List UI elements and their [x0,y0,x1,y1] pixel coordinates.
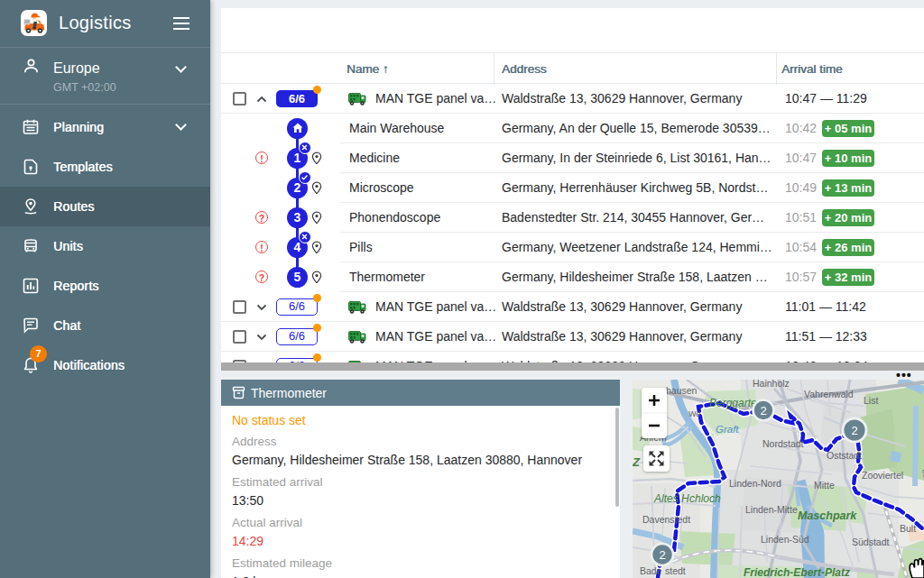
svg-text:2: 2 [760,404,766,417]
svg-text:Bult: Bult [900,523,916,534]
svg-text:Bade: Bade [640,565,662,576]
svg-text:Vahrenwald: Vahrenwald [804,389,854,399]
svg-text:Hainholz: Hainholz [753,380,790,389]
svg-text:hausen: hausen [666,385,698,396]
svg-text:Linden-Nord: Linden-Nord [729,478,781,489]
svg-text:Linden-Süd: Linden-Süd [761,534,809,545]
svg-text:2: 2 [851,424,857,437]
svg-text:Linden-Mitte: Linden-Mitte [745,504,798,515]
svg-text:2: 2 [659,548,665,562]
svg-text:Graft: Graft [716,424,739,435]
svg-text:Südstadt: Südstadt [852,537,890,547]
svg-text:chloch: chloch [689,492,721,505]
svg-text:Nordstadt: Nordstadt [762,438,804,449]
svg-text:Zooviertel: Zooviertel [862,470,903,481]
svg-text:Friedrich-Ebert-Platz: Friedrich-Ebert-Platz [744,566,850,578]
svg-text:Altes H: Altes H [653,492,689,505]
svg-text:Oststadt: Oststadt [827,450,862,461]
svg-text:stedt: stedt [665,565,686,576]
svg-text:We: We [688,409,700,418]
svg-text:Davenstedt: Davenstedt [642,514,690,525]
svg-text:List: List [864,395,878,406]
svg-text:Z: Z [633,455,641,469]
svg-text:Maschpark: Maschpark [798,509,857,522]
svg-text:Mitte: Mitte [814,480,835,491]
